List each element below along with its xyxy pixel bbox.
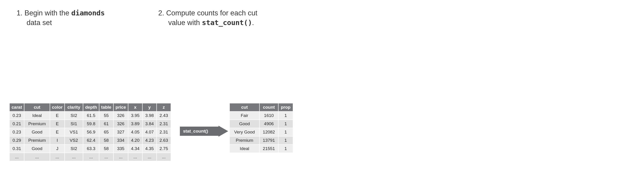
diamonds-header: z (157, 103, 171, 111)
cell: 3.84 (142, 120, 156, 128)
step2-line2-prefix: value with (168, 19, 202, 27)
table-row: Premium 13791 1 (230, 137, 293, 144)
table-row: Very Good 12082 1 (230, 128, 293, 136)
cell: ... (142, 153, 156, 161)
cell: 4.35 (142, 145, 156, 153)
cell: 21551 (260, 145, 278, 153)
cell: 61.5 (83, 112, 99, 120)
cell: 59.8 (83, 120, 99, 128)
cell: ... (157, 153, 171, 161)
diamonds-header: x (128, 103, 142, 111)
diamonds-table: carat cut color clarity depth table pric… (9, 103, 171, 161)
step1-number: 1. (16, 9, 22, 17)
cell: 0.23 (10, 128, 24, 136)
cell: 1 (278, 128, 293, 136)
diamonds-header: cut (24, 103, 50, 111)
cell: E (50, 112, 64, 120)
step2-prefix: Compute counts for each cut (166, 9, 257, 17)
cell: 58 (99, 145, 113, 153)
step1-prefix: Begin with the (24, 9, 71, 17)
diamonds-header: color (50, 103, 64, 111)
page: 1. Begin with the diamonds data set 2. C… (0, 0, 644, 193)
cell: 1 (278, 112, 293, 120)
cell: ... (10, 153, 24, 161)
cell: 13791 (260, 137, 278, 144)
cell: ... (50, 153, 64, 161)
counts-header: count (260, 103, 278, 111)
cell: Good (24, 128, 50, 136)
counts-tbody: Fair 1610 1 Good 4906 1 Very Good 12082 … (230, 112, 293, 153)
cell: Premium (24, 120, 50, 128)
arrow-label: stat_count() (183, 129, 208, 134)
step2-line2-suffix: . (252, 19, 254, 27)
cell: 4.34 (128, 145, 142, 153)
cell: 2.31 (157, 120, 171, 128)
cell: VS1 (65, 128, 83, 136)
counts-header: prop (278, 103, 293, 111)
cell: SI1 (65, 120, 83, 128)
cell: ... (83, 153, 99, 161)
cell: Very Good (230, 128, 259, 136)
cell: E (50, 120, 64, 128)
cell: 0.21 (10, 120, 24, 128)
diamonds-thead: carat cut color clarity depth table pric… (10, 103, 171, 111)
cell: J (50, 145, 64, 153)
cell: 4906 (260, 120, 278, 128)
cell: 58 (99, 137, 113, 144)
cell: 55 (99, 112, 113, 120)
diamonds-header: price (114, 103, 128, 111)
cell: ... (99, 153, 113, 161)
cell: 0.31 (10, 145, 24, 153)
cell: 1610 (260, 112, 278, 120)
diamonds-header: depth (83, 103, 99, 111)
table-row: 0.31 Good J SI2 63.3 58 335 4.34 4.35 2.… (10, 145, 171, 153)
cell: 56.9 (83, 128, 99, 136)
table-row: Fair 1610 1 (230, 112, 293, 120)
step2-code: stat_count() (202, 18, 252, 27)
cell: 2.75 (157, 145, 171, 153)
cell: 4.07 (142, 128, 156, 136)
cell: 334 (114, 137, 128, 144)
cell: Good (230, 120, 259, 128)
diamonds-header: table (99, 103, 113, 111)
cell: I (50, 137, 64, 144)
diamonds-tbody: 0.23 Ideal E SI2 61.5 55 326 3.95 3.98 2… (10, 112, 171, 161)
cell: 0.23 (10, 112, 24, 120)
step2-number: 2. (158, 9, 164, 17)
table-row-ellipsis: ... ... ... ... ... ... ... ... ... ... (10, 153, 171, 161)
cell: 2.63 (157, 137, 171, 144)
cell: ... (128, 153, 142, 161)
cell: 12082 (260, 128, 278, 136)
diamonds-header: y (142, 103, 156, 111)
cell: 335 (114, 145, 128, 153)
cell: 326 (114, 120, 128, 128)
cell: ... (114, 153, 128, 161)
cell: 3.95 (128, 112, 142, 120)
table-row: Ideal 21551 1 (230, 145, 293, 153)
cell: 4.05 (128, 128, 142, 136)
cell: 3.98 (142, 112, 156, 120)
table-row: 0.23 Good E VS1 56.9 65 327 4.05 4.07 2.… (10, 128, 171, 136)
cell: 63.3 (83, 145, 99, 153)
diamonds-header: clarity (65, 103, 83, 111)
cell: 61 (99, 120, 113, 128)
caption-step1: 1. Begin with the diamonds data set (16, 8, 105, 27)
cell: ... (65, 153, 83, 161)
cell: E (50, 128, 64, 136)
cell: 326 (114, 112, 128, 120)
cell: Premium (230, 137, 259, 144)
cell: 2.43 (157, 112, 171, 120)
counts-header: cut (230, 103, 259, 111)
cell: 2.31 (157, 128, 171, 136)
counts-thead: cut count prop (230, 103, 293, 111)
cell: Fair (230, 112, 259, 120)
cell: 1 (278, 120, 293, 128)
cell: VS2 (65, 137, 83, 144)
counts-table: cut count prop Fair 1610 1 Good 4906 1 V… (229, 103, 293, 153)
step1-line2: data set (16, 18, 105, 27)
cell: 1 (278, 145, 293, 153)
arrow-stat-count: stat_count() (180, 126, 228, 137)
cell: Good (24, 145, 50, 153)
cell: SI2 (65, 145, 83, 153)
cell: 65 (99, 128, 113, 136)
